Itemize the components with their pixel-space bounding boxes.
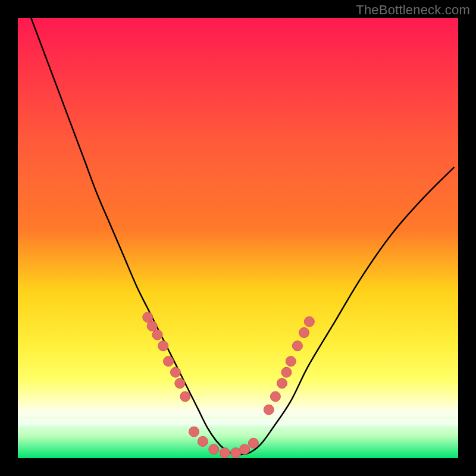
chart-container — [18, 18, 458, 458]
data-marker — [189, 427, 199, 437]
bottleneck-chart — [18, 18, 458, 458]
svg-rect-1 — [18, 408, 458, 416]
data-marker — [270, 392, 280, 402]
data-marker — [164, 356, 174, 367]
watermark-text: TheBottleneck.com — [356, 2, 470, 18]
data-marker — [152, 330, 162, 340]
data-marker — [248, 438, 258, 448]
data-marker — [180, 392, 190, 402]
data-marker — [220, 448, 230, 458]
svg-rect-3 — [18, 427, 458, 434]
data-marker — [240, 444, 250, 455]
data-marker — [299, 328, 309, 338]
data-marker — [158, 341, 168, 351]
data-marker — [292, 341, 302, 351]
data-marker — [304, 317, 314, 327]
data-marker — [147, 321, 157, 331]
data-marker — [281, 367, 292, 377]
data-marker — [198, 436, 208, 446]
data-marker — [209, 444, 219, 455]
data-marker — [264, 405, 274, 415]
data-marker — [175, 378, 185, 389]
svg-rect-0 — [18, 18, 458, 458]
outer-frame: TheBottleneck.com — [0, 0, 476, 476]
data-marker — [277, 378, 287, 389]
svg-rect-2 — [18, 418, 458, 425]
data-marker — [286, 356, 296, 367]
data-marker — [170, 367, 180, 377]
